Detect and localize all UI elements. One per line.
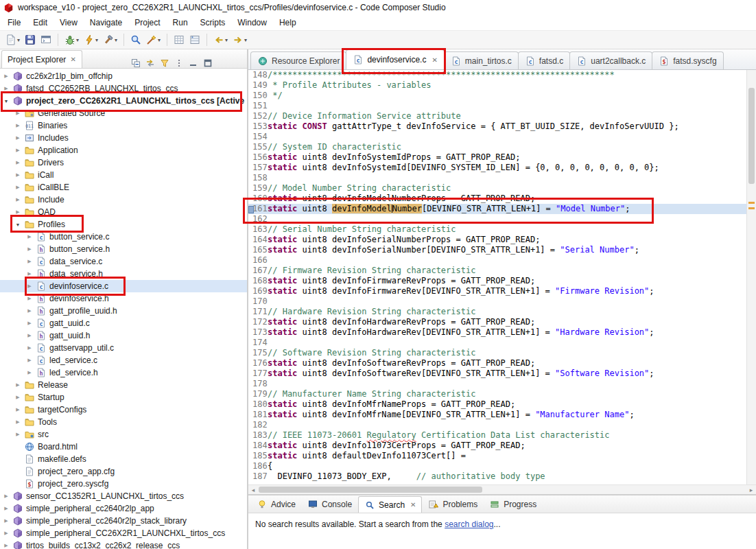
flash-button[interactable]: ▾ [82,32,100,48]
vertical-scrollbar-thumb[interactable] [748,88,755,184]
tree-item-icallble[interactable]: ▶iCallBLE [0,181,247,194]
menu-run[interactable]: Run [167,16,194,30]
collapsed-arrow-icon[interactable]: ▶ [26,234,33,240]
tree-item-button-service-h[interactable]: ▶hbutton_service.h [0,243,247,255]
dropdown-arrow-icon[interactable]: ▾ [244,37,247,43]
code-line-178[interactable]: 178 [248,379,746,389]
code-line-150[interactable]: 150 */ [248,91,746,101]
code-line-169[interactable]: 169static uint8 devInfoFirmwareRev[DEVIN… [248,286,746,296]
tree-item-binaries[interactable]: ▶011Binaries [0,119,247,132]
vertical-scrollbar[interactable] [746,70,756,484]
project-explorer-tab[interactable]: Project Explorer ✕ [1,50,82,68]
menu-navigate[interactable]: Navigate [84,16,128,30]
registers-button[interactable] [187,32,202,48]
collapsed-arrow-icon[interactable]: ▶ [26,370,33,375]
tree-item-devinfoservice-h[interactable]: ▶hdevinfoservice.h [0,292,247,305]
code-line-177[interactable]: 177static uint8 devInfoSoftwareRev[DEVIN… [248,369,746,379]
code-line-162[interactable]: 162 [248,214,746,224]
collapsed-arrow-icon[interactable]: ▶ [14,160,21,165]
code-line-158[interactable]: 158 [248,173,746,183]
tree-item-includes[interactable]: ▶Includes [0,132,247,144]
menu-view[interactable]: View [54,16,84,30]
code-line-149[interactable]: 149 * Profile Attributes - variables [248,80,746,91]
horizontal-scrollbar-thumb[interactable] [259,487,482,493]
tree-item-led-service-h[interactable]: ▶hled_service.h [0,366,247,379]
tree-item-application[interactable]: ▶Application [0,144,247,156]
collapsed-arrow-icon[interactable]: ▶ [14,185,21,190]
tree-item-tools[interactable]: ▶Tools [0,416,247,428]
code-line-187[interactable]: 187 DEVINFO_11073_BODY_EXP, // authorita… [248,471,746,482]
code-line-161[interactable]: 161static uint8 devInfoModelNumber[DEVIN… [248,204,746,214]
code-line-173[interactable]: 173static uint8 devInfoHardwareRev[DEVIN… [248,327,746,338]
collapsed-arrow-icon[interactable]: ▶ [3,506,10,511]
code-line-186[interactable]: 186{ [248,461,746,471]
code-line-166[interactable]: 166 [248,255,746,266]
editor-tab-devinfoservice-c[interactable]: cdevinfoservice.c✕ [346,49,444,69]
horizontal-scrollbar[interactable]: ◂ ▸ [248,484,756,494]
code-line-148[interactable]: 148/************************************… [248,70,746,80]
memory-button[interactable] [172,32,187,48]
tree-item-drivers[interactable]: ▶Drivers [0,156,247,169]
tree-item-targetconfigs[interactable]: ▶targetConfigs [0,404,247,416]
code-line-153[interactable]: 153static CONST gattAttrType_t devInfoSe… [248,121,746,132]
tree-item-oad[interactable]: ▶OAD [0,206,247,218]
menu-window[interactable]: Window [231,16,273,30]
tree-item-fatsd-cc2652rb-launchxl-tirtos-ccs[interactable]: ▶fatsd_CC2652RB_LAUNCHXL_tirtos_ccs [0,82,247,95]
collapsed-arrow-icon[interactable]: ▶ [14,209,21,215]
code-line-167[interactable]: 167// Firmware Revision String character… [248,266,746,276]
tree-item-gattservapp-util-c[interactable]: ▶cgattservapp_util.c [0,342,247,354]
tree-item-include[interactable]: ▶Include [0,194,247,206]
menu-project[interactable]: Project [128,16,166,30]
collapsed-arrow-icon[interactable]: ▶ [14,148,21,153]
filter-icon[interactable] [160,58,169,68]
collapsed-arrow-icon[interactable]: ▶ [26,345,33,351]
code-line-152[interactable]: 152// Device Information Service attribu… [248,111,746,121]
menu-scripts[interactable]: Scripts [194,16,232,30]
code-line-168[interactable]: 168static uint8 devInfoFirmwareRevProps … [248,276,746,286]
code-line-182[interactable]: 182 [248,420,746,430]
code-line-175[interactable]: 175// Software Revision String character… [248,348,746,358]
dropdown-arrow-icon[interactable]: ▾ [115,37,117,43]
tab-advice[interactable]: Advice [251,496,301,513]
dropdown-arrow-icon[interactable]: ▾ [225,37,228,43]
expanded-arrow-icon[interactable]: ▼ [3,99,10,104]
collapsed-arrow-icon[interactable]: ▶ [26,271,33,277]
collapsed-arrow-icon[interactable]: ▶ [26,283,33,289]
tree-item-generated-source[interactable]: ▶Generated Source [0,107,247,119]
collapsed-arrow-icon[interactable]: ▶ [26,259,33,264]
collapsed-arrow-icon[interactable]: ▶ [3,493,10,499]
collapsed-arrow-icon[interactable]: ▶ [3,518,10,524]
code-line-171[interactable]: 171// Hardware Revision String character… [248,307,746,317]
tree-item-makefile-defs[interactable]: makefile.defs [0,453,247,465]
collapsed-arrow-icon[interactable]: ▶ [3,73,10,79]
tree-item-startup[interactable]: ▶Startup [0,391,247,404]
collapsed-arrow-icon[interactable]: ▶ [26,308,33,314]
code-line-159[interactable]: 159// Model Number String characteristic [248,183,746,194]
collapsed-arrow-icon[interactable]: ▶ [14,135,21,141]
editor-tab-resource-explorer[interactable]: Resource Explorer [250,51,346,69]
code-editor[interactable]: 148/************************************… [248,70,746,484]
tree-item-board-html[interactable]: Board.html [0,441,247,453]
tab-problems[interactable]: Problems [423,496,483,513]
forward-button[interactable]: ▾ [231,32,249,48]
code-line-183[interactable]: 183// IEEE 11073-20601 Regulatory Certif… [248,430,746,441]
tree-item-simple-peripheral-cc2640r2lp-stack-library[interactable]: ▶simple_peripheral_cc2640r2lp_stack_libr… [0,515,247,527]
collapsed-arrow-icon[interactable]: ▶ [26,333,33,338]
editor-tab-fatsd-syscfg[interactable]: $fatsd.syscfg [652,51,723,69]
code-line-170[interactable]: 170 [248,296,746,307]
editor-tab-fatsd-c[interactable]: cfatsd.c [518,51,570,69]
terminal-button[interactable] [38,32,54,48]
tree-item-simple-peripheral-cc26x2r1-launchxl-tirtos-ccs[interactable]: ▶simple_peripheral_CC26X2R1_LAUNCHXL_tir… [0,527,247,539]
tab-search[interactable]: Search✕ [358,496,422,513]
collapsed-arrow-icon[interactable]: ▶ [26,320,33,326]
collapsed-arrow-icon[interactable]: ▶ [14,172,21,178]
tree-item-sensor-cc1352r1-launchxl-tirtos-ccs[interactable]: ▶sensor_CC1352R1_LAUNCHXL_tirtos_ccs [0,490,247,502]
collapsed-arrow-icon[interactable]: ▶ [14,407,21,412]
debug-button[interactable]: ▾ [62,32,81,48]
new-button[interactable]: ▾ [3,32,22,48]
collapsed-arrow-icon[interactable]: ▶ [14,419,21,425]
tree-item-cc26x2r1lp-bim-offchip[interactable]: ▶cc26x2r1lp_bim_offchip [0,70,247,82]
tree-item-release[interactable]: ▶Release [0,379,247,391]
tree-item-data-service-c[interactable]: ▶cdata_service.c [0,255,247,268]
scroll-right-arrow-icon[interactable]: ▸ [746,487,756,493]
